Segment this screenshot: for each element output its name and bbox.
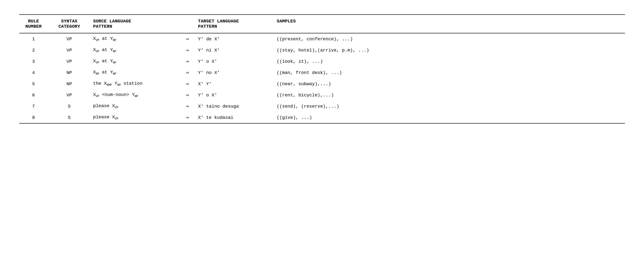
rules-table: RULENUMBER SYNTAXCATEGORY SORCE LANGUAGE… (19, 14, 625, 124)
cell-source: please XVP (91, 112, 182, 123)
cell-syntax: S (50, 112, 91, 123)
cell-source: XVP at YNP (91, 44, 182, 56)
cell-syntax: VP (50, 90, 91, 101)
header-arrow (182, 14, 196, 33)
table-row: 8 S please XVP ⇒ X' te kudasai ((give), … (19, 112, 625, 123)
cell-source: XVP at YNP (91, 56, 182, 67)
cell-rule: 6 (19, 90, 50, 101)
cell-rule: 2 (19, 44, 50, 56)
cell-rule: 7 (19, 101, 50, 112)
table-row: 2 VP XVP at YNP ⇒ Y' ni X' ((stay, hotel… (19, 44, 625, 56)
cell-target: X' te kudasai (196, 112, 274, 123)
table-row: 6 VP XVP <num-noun> YNP ⇒ Y' o X' ((rent… (19, 90, 625, 101)
cell-target: Y' de X' (196, 33, 274, 44)
cell-arrow: ⇒ (182, 112, 196, 123)
cell-source: XNP at YNP (91, 67, 182, 78)
cell-source: XVP <num-noun> YNP (91, 90, 182, 101)
table-row: 5 NP the XNMP YNP station ⇒ X' Y' ((near… (19, 78, 625, 90)
table-row: 3 VP XVP at YNP ⇒ Y' o X' ((look, it), .… (19, 56, 625, 67)
cell-samples: ((rent, bicycle),...) (274, 90, 625, 101)
table-row: 7 S please XVP ⇒ X' taino desuga ((send)… (19, 101, 625, 112)
cell-target: Y' o X' (196, 90, 274, 101)
table-row: 1 VP XVP at YNP ⇒ Y' de X' ((present, co… (19, 33, 625, 44)
cell-samples: ((man, front desk), ...) (274, 67, 625, 78)
cell-source: XVP at YNP (91, 33, 182, 44)
header-source-pattern: SORCE LANGUAGEPATTERN (91, 14, 182, 33)
cell-syntax: NP (50, 78, 91, 90)
cell-samples: ((look, it), ...) (274, 56, 625, 67)
cell-syntax: VP (50, 33, 91, 44)
cell-samples: ((stay, hotel),(arrive, p.m), ...) (274, 44, 625, 56)
cell-target: Y' no X' (196, 67, 274, 78)
header-syntax-category: SYNTAXCATEGORY (50, 14, 91, 33)
cell-samples: ((send), (reserve),...) (274, 101, 625, 112)
table-row: 4 NP XNP at YNP ⇒ Y' no X' ((man, front … (19, 67, 625, 78)
cell-samples: ((give), ...) (274, 112, 625, 123)
cell-samples: ((near, subway),...) (274, 78, 625, 90)
cell-arrow: ⇒ (182, 101, 196, 112)
header-rule-number: RULENUMBER (19, 14, 50, 33)
cell-target: X' Y' (196, 78, 274, 90)
cell-target: X' taino desuga (196, 101, 274, 112)
cell-samples: ((present, conference), ...) (274, 33, 625, 44)
cell-source: the XNMP YNP station (91, 78, 182, 90)
cell-rule: 3 (19, 56, 50, 67)
cell-syntax: S (50, 101, 91, 112)
cell-arrow: ⇒ (182, 44, 196, 56)
cell-rule: 5 (19, 78, 50, 90)
cell-arrow: ⇒ (182, 78, 196, 90)
main-table-container: RULENUMBER SYNTAXCATEGORY SORCE LANGUAGE… (19, 14, 625, 124)
cell-target: Y' o X' (196, 56, 274, 67)
header-target-pattern: TARGET LANGUAGEPATTERN (196, 14, 274, 33)
cell-arrow: ⇒ (182, 56, 196, 67)
cell-syntax: NP (50, 67, 91, 78)
cell-target: Y' ni X' (196, 44, 274, 56)
cell-syntax: VP (50, 44, 91, 56)
cell-rule: 4 (19, 67, 50, 78)
header-samples: SAMPLES (274, 14, 625, 33)
cell-arrow: ⇒ (182, 67, 196, 78)
cell-arrow: ⇒ (182, 33, 196, 44)
cell-syntax: VP (50, 56, 91, 67)
table-header-row: RULENUMBER SYNTAXCATEGORY SORCE LANGUAGE… (19, 14, 625, 33)
cell-rule: 8 (19, 112, 50, 123)
cell-rule: 1 (19, 33, 50, 44)
cell-arrow: ⇒ (182, 90, 196, 101)
cell-source: please XVP (91, 101, 182, 112)
